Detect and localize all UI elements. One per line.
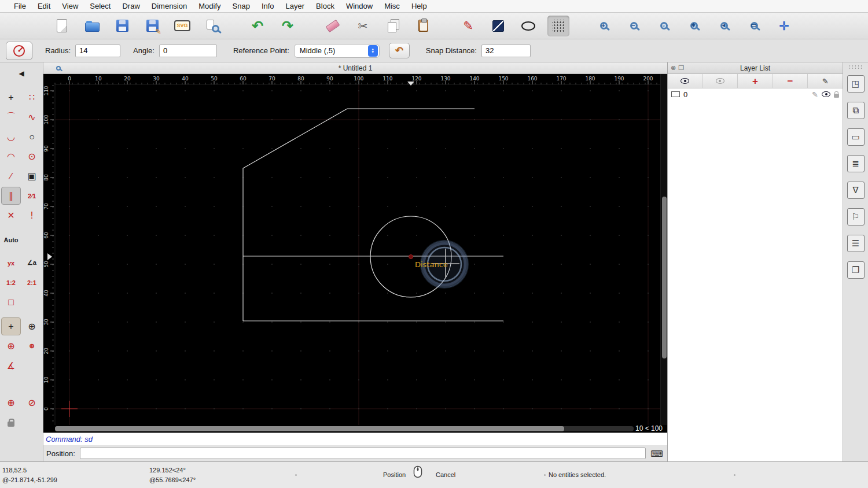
window-icon[interactable]: ▭: [847, 128, 865, 146]
horizontal-scrollbar[interactable]: [55, 426, 634, 431]
save-icon[interactable]: [111, 16, 133, 36]
svg-export-icon[interactable]: SVG: [171, 16, 193, 36]
snap-endpoint-icon[interactable]: ⌒: [1, 108, 21, 126]
relative-zero-icon[interactable]: +: [1, 317, 21, 335]
pen-attributes-icon[interactable]: ✎: [457, 16, 479, 36]
circle-tool-indicator[interactable]: [6, 42, 32, 60]
stacked-squares-icon[interactable]: ⧉: [847, 102, 865, 119]
restrict-nothing-icon[interactable]: □: [1, 293, 21, 311]
snap-lock-right-icon[interactable]: ⊘: [22, 394, 42, 412]
add-layer-icon[interactable]: +: [738, 74, 773, 88]
box-corner-icon[interactable]: ◳: [847, 75, 865, 93]
menu-help[interactable]: Help: [406, 2, 433, 10]
grid-toggle-icon[interactable]: [547, 16, 569, 36]
line-properties-icon[interactable]: [487, 16, 509, 36]
radius-input[interactable]: [75, 45, 120, 57]
keyboard-icon[interactable]: ⌨: [650, 449, 663, 458]
menu-block[interactable]: Block: [310, 2, 340, 10]
toggle-construction-layers-icon[interactable]: [703, 74, 738, 88]
flag-icon[interactable]: ⚐: [847, 208, 865, 225]
menu-window[interactable]: Window: [340, 2, 378, 10]
menu-info[interactable]: Info: [256, 2, 280, 10]
menu-view[interactable]: View: [56, 2, 84, 10]
snap-free-icon[interactable]: +: [1, 88, 21, 106]
drawing-canvas[interactable]: 0102030405060708090100110120130140150160…: [43, 74, 660, 425]
snap-auto-button[interactable]: Auto: [1, 231, 21, 249]
lock-relative-zero-icon[interactable]: ⊕: [1, 337, 21, 355]
snap-distance-icon[interactable]: ∥: [1, 187, 21, 205]
set-relative-zero-icon[interactable]: ⊕: [22, 317, 42, 335]
snap-entity-select-icon[interactable]: ▣: [22, 167, 42, 185]
angle-input[interactable]: [159, 45, 217, 57]
snap-middle-icon[interactable]: ◠: [1, 147, 21, 165]
snap-circle-icon[interactable]: ○: [22, 128, 42, 146]
layer-visibility-icon[interactable]: [822, 91, 830, 97]
zoom-out-icon[interactable]: −: [623, 16, 645, 36]
menu-dimension[interactable]: Dimension: [146, 2, 193, 10]
horizontal-scrollbar-thumb[interactable]: [55, 426, 564, 431]
snap-padlock-icon[interactable]: [1, 413, 21, 431]
zoom-window-icon[interactable]: ▭: [743, 16, 765, 36]
zoom-redraw-icon[interactable]: ∗: [683, 16, 705, 36]
show-all-layers-icon[interactable]: [668, 74, 703, 88]
menu-draw[interactable]: Draw: [116, 2, 145, 10]
modify-layer-icon[interactable]: ✎: [808, 74, 843, 88]
dock-strip-handle[interactable]: [848, 65, 863, 69]
vertical-scrollbar[interactable]: [660, 74, 667, 425]
redo-icon[interactable]: ↷: [277, 16, 299, 36]
snap-center-point-icon[interactable]: ⊙: [22, 147, 42, 165]
vertical-scrollbar-thumb[interactable]: [662, 197, 667, 358]
ellipse-tool-icon[interactable]: [517, 16, 539, 36]
snap-angle-icon[interactable]: ∠a: [22, 254, 42, 272]
menu-edit[interactable]: Edit: [32, 2, 56, 10]
reference-point-select[interactable]: Middle (,5) ▲▼: [294, 44, 380, 58]
snap-center-icon[interactable]: ◡: [1, 128, 21, 146]
menu-lines-icon[interactable]: ☰: [847, 235, 865, 252]
snap-grid-icon[interactable]: ∷: [22, 88, 42, 106]
restore-defaults-button[interactable]: ↶: [389, 43, 410, 58]
cut-icon[interactable]: ✂: [352, 16, 374, 36]
layer-edit-icon[interactable]: ✎: [812, 91, 818, 98]
list-icon[interactable]: ≣: [847, 155, 865, 172]
zoom-in-icon[interactable]: +: [593, 16, 615, 36]
zoom-pan-icon[interactable]: ✛: [773, 16, 795, 36]
print-preview-icon[interactable]: [201, 16, 223, 36]
paste-icon[interactable]: [412, 16, 434, 36]
position-input[interactable]: [80, 448, 646, 459]
document-titlebar[interactable]: * Untitled 1: [43, 62, 667, 74]
snap-intersection-icon[interactable]: ✕: [1, 206, 21, 224]
restrict-xy-icon[interactable]: yx: [1, 254, 21, 272]
open-file-icon[interactable]: [81, 16, 103, 36]
zoom-previous-icon[interactable]: ◂: [713, 16, 735, 36]
menu-select[interactable]: Select: [84, 2, 116, 10]
layer-swatch-icon[interactable]: [671, 91, 680, 97]
snap-tangent-icon[interactable]: ∕: [1, 167, 21, 185]
copy-icon[interactable]: [382, 16, 404, 36]
menu-layer[interactable]: Layer: [280, 2, 311, 10]
snap-lock-left-icon[interactable]: ⊕: [1, 394, 21, 412]
undo-icon[interactable]: ↶: [247, 16, 269, 36]
delete-icon[interactable]: [322, 16, 344, 36]
save-as-icon[interactable]: ✎: [141, 16, 163, 36]
angle-fan-icon[interactable]: ∡: [1, 357, 21, 375]
layer-row[interactable]: 0✎: [668, 88, 843, 100]
snap-distance-input[interactable]: [481, 45, 531, 57]
divide-half-icon[interactable]: 1:2: [1, 273, 21, 291]
funnel-icon[interactable]: ∇: [847, 182, 865, 199]
layer-lock-icon[interactable]: [834, 94, 839, 98]
new-file-icon[interactable]: [51, 16, 73, 36]
remove-layer-icon[interactable]: −: [773, 74, 808, 88]
divide-double-icon[interactable]: 2:1: [22, 273, 42, 291]
palette-back-button[interactable]: ◀: [1, 64, 42, 82]
menu-file[interactable]: File: [8, 2, 32, 10]
snap-division-icon[interactable]: 2∕1: [22, 187, 42, 205]
zoom-auto-icon[interactable]: ▫: [653, 16, 675, 36]
clipboard-icon[interactable]: ❐: [847, 261, 865, 279]
menu-snap[interactable]: Snap: [227, 2, 256, 10]
snap-on-entity-icon[interactable]: ∿: [22, 108, 42, 126]
command-line[interactable]: Command: sd: [43, 432, 667, 445]
menu-modify[interactable]: Modify: [193, 2, 226, 10]
menu-misc[interactable]: Misc: [378, 2, 406, 10]
relative-point-icon[interactable]: ⊕: [22, 337, 42, 355]
snap-intersection-manual-icon[interactable]: !: [22, 206, 42, 224]
